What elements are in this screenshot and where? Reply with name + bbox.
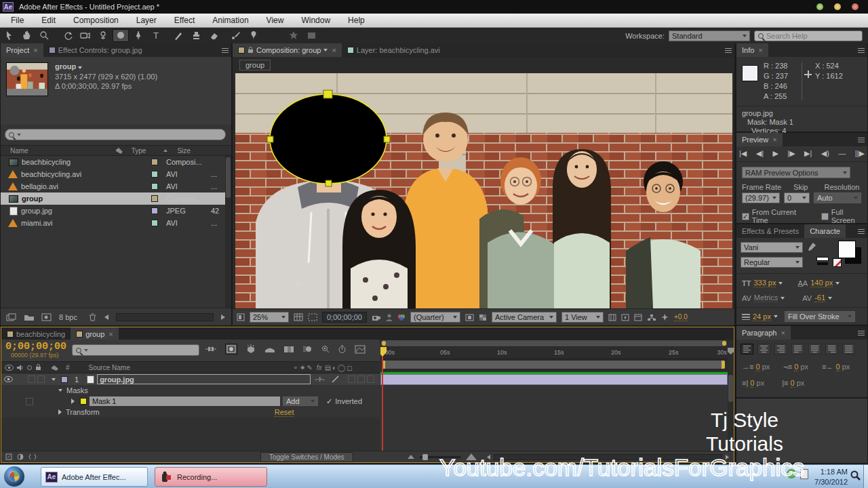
close-icon[interactable]: × xyxy=(758,46,762,54)
maximize-button[interactable] xyxy=(834,3,841,10)
justify-last-center-button[interactable] xyxy=(808,344,821,354)
menu-help[interactable]: Help xyxy=(348,16,365,25)
tab-effect-controls[interactable]: Effect Controls: group.jpg xyxy=(43,43,148,57)
tab-project[interactable]: Project× xyxy=(1,43,43,57)
timeline-graph-area[interactable]: :00s 05s 10s 15s 20s 25s 30s xyxy=(380,340,728,451)
mask-color-swatch[interactable] xyxy=(80,398,87,405)
new-folder-icon[interactable] xyxy=(24,313,35,321)
table-row[interactable]: beachbicycling Composi... xyxy=(1,156,226,168)
scroll-left-arrow[interactable] xyxy=(104,314,109,321)
anchor-switch[interactable]: -✛- xyxy=(315,375,325,383)
selection-tool[interactable] xyxy=(1,29,17,42)
scroll-right-arrow[interactable] xyxy=(220,314,226,321)
swap-fill-stroke-icon[interactable] xyxy=(816,257,830,266)
expand-arrow[interactable] xyxy=(52,378,56,381)
puppet-pin-tool[interactable] xyxy=(245,29,262,42)
exposure-icon[interactable] xyxy=(660,313,669,321)
shape-ellipse-tool[interactable] xyxy=(113,29,129,42)
font-size-value[interactable]: 333 px xyxy=(753,279,776,287)
layer-duration-bar[interactable] xyxy=(380,374,728,385)
font-style-dropdown[interactable]: Regular xyxy=(741,257,803,268)
prev-frame-button[interactable]: ◀| xyxy=(756,149,764,158)
inverted-checkbox[interactable]: ✓ xyxy=(326,397,332,406)
trash-icon[interactable] xyxy=(88,312,97,321)
taskbar-button-recording[interactable]: Recording... xyxy=(155,467,267,487)
playhead-line[interactable] xyxy=(382,347,383,451)
view-layout-dropdown[interactable]: 1 View xyxy=(561,312,604,323)
tab-info[interactable]: Info× xyxy=(736,43,768,57)
close-icon[interactable]: × xyxy=(781,329,785,337)
tab-preview[interactable]: Preview× xyxy=(736,133,783,146)
brainstorm-icon[interactable] xyxy=(321,345,330,354)
audio-button[interactable]: ◀) xyxy=(821,149,829,158)
zoom-tool[interactable] xyxy=(36,29,52,42)
frame-rate-dropdown[interactable]: (29.97) xyxy=(742,192,780,203)
justify-last-left-button[interactable] xyxy=(791,344,804,354)
magnification-dropdown[interactable]: 25% xyxy=(250,312,289,323)
flowchart-button-icon[interactable] xyxy=(647,314,656,321)
type-tool[interactable]: T xyxy=(148,29,164,42)
pixel-aspect-icon[interactable] xyxy=(608,314,616,321)
region-of-interest-icon[interactable] xyxy=(465,314,474,321)
workspace-dropdown[interactable]: Standard xyxy=(669,30,750,41)
align-center-button[interactable] xyxy=(757,344,770,354)
menu-edit[interactable]: Edit xyxy=(41,16,56,25)
tracking-value[interactable]: -61 xyxy=(814,293,825,302)
current-timecode[interactable]: 0;00;00;00 xyxy=(5,341,66,352)
kerning-value[interactable]: Metrics xyxy=(754,293,778,302)
comp-timecode[interactable]: 0;00;00;00 xyxy=(322,312,367,323)
lock-icon[interactable] xyxy=(248,47,254,54)
composition-viewer[interactable] xyxy=(235,73,732,308)
interpret-footage-icon[interactable] xyxy=(6,313,17,321)
fill-order-dropdown[interactable]: Fill Over Stroke xyxy=(785,311,855,322)
mask-visibility-box[interactable] xyxy=(26,398,33,405)
leading-value[interactable]: 140 px xyxy=(810,279,833,287)
taskbar-button-after-effects[interactable]: Ae Adobe After Effec... xyxy=(41,467,148,487)
view-dropdown[interactable]: Active Camera xyxy=(492,312,557,323)
panel-menu-icon[interactable] xyxy=(855,224,867,238)
panel-menu-icon[interactable] xyxy=(722,43,734,57)
loop-button[interactable]: — xyxy=(838,149,846,158)
expand-inout-icon[interactable] xyxy=(28,453,37,461)
close-icon[interactable]: × xyxy=(108,330,113,338)
bit-depth[interactable]: 8 bpc xyxy=(59,313,77,321)
close-button[interactable] xyxy=(852,3,859,10)
eraser-tool[interactable] xyxy=(205,29,222,42)
work-area-bar[interactable] xyxy=(382,361,725,369)
toggle-switches-modes-button[interactable]: Toggle Switches / Modes xyxy=(260,452,353,462)
always-preview-icon[interactable] xyxy=(237,313,245,321)
timeline-button-icon[interactable] xyxy=(634,314,642,321)
indent-firstline-value[interactable]: 0 xyxy=(794,363,798,371)
draft-3d-icon[interactable] xyxy=(245,344,256,354)
brush-tool[interactable] xyxy=(170,29,186,42)
close-icon[interactable]: × xyxy=(772,136,776,144)
exposure-value[interactable]: +0.0 xyxy=(674,313,688,321)
expand-arrow[interactable] xyxy=(58,389,62,392)
fill-color-swatch[interactable] xyxy=(838,241,856,258)
table-row-selected[interactable]: group Composi... xyxy=(1,192,226,205)
panel-menu-icon[interactable] xyxy=(855,43,867,57)
expand-arrow-collapsed[interactable] xyxy=(71,399,75,404)
menu-window[interactable]: Window xyxy=(301,16,330,25)
composition-breadcrumb[interactable]: group xyxy=(239,60,271,70)
frame-blending-icon[interactable] xyxy=(283,345,294,354)
last-frame-button[interactable]: ▶| xyxy=(804,149,812,158)
taskbar-clock[interactable]: 1:18 AM 7/30/2012 xyxy=(814,467,848,487)
next-frame-button[interactable]: |▶ xyxy=(787,149,795,158)
rotate-tool[interactable] xyxy=(60,29,76,42)
fast-preview-icon[interactable] xyxy=(621,314,629,321)
panel-menu-icon[interactable] xyxy=(855,133,867,146)
justify-last-right-button[interactable] xyxy=(825,344,838,354)
space-before-value[interactable]: 0 xyxy=(750,379,754,388)
indent-left-value[interactable]: 0 xyxy=(755,363,760,371)
table-header[interactable]: Name Type Size xyxy=(1,145,231,156)
pen-tool[interactable] xyxy=(130,29,146,42)
eye-icon[interactable] xyxy=(4,376,13,382)
hand-tool[interactable] xyxy=(18,29,35,42)
transform-reset-link[interactable]: Reset xyxy=(275,408,294,417)
tag-icon[interactable] xyxy=(115,147,123,154)
graph-editor-icon[interactable] xyxy=(355,345,366,354)
time-ruler[interactable]: :00s 05s 10s 15s 20s 25s 30s xyxy=(380,347,728,359)
stroke-width-value[interactable]: 24 px xyxy=(753,312,771,321)
mask1-row[interactable]: Mask 1 Add ✓ Inverted xyxy=(1,396,380,407)
